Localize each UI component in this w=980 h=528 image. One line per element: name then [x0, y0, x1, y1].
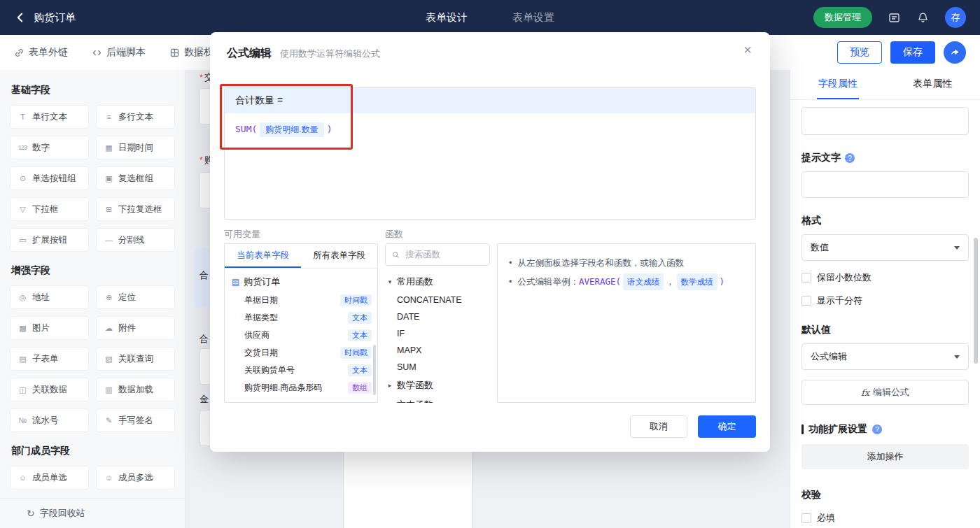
- field-item-linked-query[interactable]: ▧关联查询: [96, 347, 175, 371]
- tab-form-properties[interactable]: 表单属性: [886, 70, 980, 99]
- field-item-member-multi[interactable]: ☺成员多选: [96, 466, 175, 490]
- field-item-multi-select[interactable]: ⊞下拉复选框: [96, 197, 175, 221]
- function-item[interactable]: SUM: [385, 359, 490, 376]
- field-item-serial-number[interactable]: №流水号: [10, 408, 89, 432]
- preview-button[interactable]: 预览: [837, 41, 882, 64]
- field-item-radio-group[interactable]: ⊙单选按钮组: [10, 166, 89, 190]
- calendar-icon: ▦: [103, 143, 114, 152]
- option-required[interactable]: 必填: [802, 512, 969, 525]
- variable-row[interactable]: 单据日期时间戳: [225, 292, 377, 309]
- help-icon[interactable]: [845, 153, 855, 163]
- workbench-icon[interactable]: [888, 11, 901, 24]
- confirm-button[interactable]: 确定: [698, 415, 756, 438]
- hint-text-input[interactable]: [802, 171, 969, 198]
- tab-form-settings[interactable]: 表单设置: [512, 11, 554, 24]
- tips-panel: 从左侧面板选择字段名和函数，或输入函数 公式编辑举例：AVERAGE(语文成绩，…: [497, 243, 756, 403]
- notification-bell-icon[interactable]: [916, 11, 930, 24]
- function-item[interactable]: CONCATENATE: [385, 292, 490, 308]
- field-chip[interactable]: 购货明细.数量: [260, 122, 323, 137]
- field-item-address[interactable]: ◎地址: [10, 285, 89, 309]
- backend-script-button[interactable]: 后端脚本: [92, 46, 146, 59]
- scrollbar-thumb[interactable]: [373, 345, 376, 395]
- tab-all-form-fields[interactable]: 所有表单字段: [301, 244, 377, 268]
- function-item[interactable]: MAPX: [385, 342, 490, 359]
- field-item-single-line-text[interactable]: T单行文本: [10, 105, 89, 129]
- field-item-subform[interactable]: ▤子表单: [10, 347, 89, 371]
- data-permission-button[interactable]: 数据权: [169, 46, 214, 59]
- dropdown-icon: ▽: [17, 205, 28, 214]
- subform-icon: ▤: [17, 355, 28, 364]
- field-item-divider[interactable]: —分割线: [96, 228, 175, 252]
- button-icon: ▭: [17, 236, 28, 245]
- formula-editor-area[interactable]: 合计数量 = SUM(购货明细.数量): [224, 87, 756, 220]
- variable-row[interactable]: 交货日期时间戳: [225, 344, 377, 362]
- save-button[interactable]: 保存: [890, 41, 935, 64]
- field-item-linked-data[interactable]: ◫关联数据: [10, 378, 89, 401]
- variable-row[interactable]: 关联购货单号文本: [225, 362, 377, 379]
- modal-title: 公式编辑: [227, 46, 272, 61]
- form-external-link-button[interactable]: 表单外链: [14, 46, 68, 59]
- variable-row[interactable]: 供应商文本: [225, 327, 377, 344]
- example-function-name: AVERAGE(: [579, 276, 621, 287]
- checkbox-unchecked-icon[interactable]: [802, 513, 811, 523]
- tab-current-form-fields[interactable]: 当前表单字段: [225, 244, 301, 268]
- text-icon: T: [17, 113, 28, 121]
- pen-icon: ✎: [103, 416, 114, 425]
- add-action-button[interactable]: 添加操作: [802, 444, 969, 469]
- share-button[interactable]: [944, 41, 966, 64]
- textarea-icon: ≡: [103, 113, 114, 121]
- checkbox-unchecked-icon[interactable]: [802, 273, 811, 283]
- function-group-math[interactable]: 数学函数: [385, 376, 490, 395]
- field-item-select[interactable]: ▽下拉框: [10, 197, 89, 221]
- formula-expression[interactable]: SUM(购货明细.数量): [225, 113, 755, 146]
- serial-icon: №: [17, 416, 28, 424]
- field-item-extend-button[interactable]: ▭扩展按钮: [10, 228, 89, 252]
- default-value-select[interactable]: 公式编辑: [802, 343, 969, 370]
- field-item-data-load[interactable]: ▥数据加载: [96, 378, 175, 401]
- variable-row[interactable]: 单据类型文本: [225, 309, 377, 327]
- page-title: 购货订单: [34, 11, 76, 24]
- option-keep-decimals[interactable]: 保留小数位数: [802, 271, 969, 284]
- functions-label: 函数: [385, 228, 403, 241]
- variable-row[interactable]: 购货明细.商品条形码数组: [225, 379, 377, 397]
- tab-form-design[interactable]: 表单设计: [426, 11, 468, 24]
- field-item-image[interactable]: ▩图片: [10, 316, 89, 340]
- recycle-icon: [27, 508, 35, 519]
- function-search-input[interactable]: [404, 249, 483, 260]
- field-item-location[interactable]: ⊕定位: [96, 285, 175, 309]
- field-item-signature[interactable]: ✎手写签名: [96, 408, 175, 432]
- edit-formula-button[interactable]: fx编辑公式: [802, 380, 969, 405]
- section-bar: [802, 424, 804, 434]
- validation-title: 校验: [802, 489, 821, 501]
- scrollbar-thumb[interactable]: [974, 238, 978, 364]
- field-item-checkbox-group[interactable]: ▣复选框组: [96, 166, 175, 190]
- field-item-attachment[interactable]: ☁附件: [96, 316, 175, 340]
- option-thousand-separator[interactable]: 显示千分符: [802, 294, 969, 307]
- variable-tree-root[interactable]: 购货订单: [225, 272, 377, 292]
- field-item-datetime[interactable]: ▦日期时间: [96, 136, 175, 159]
- format-select[interactable]: 数值: [802, 234, 969, 261]
- function-search-box[interactable]: [385, 243, 490, 266]
- field-item-member-single[interactable]: ☺成员单选: [10, 466, 89, 490]
- function-item[interactable]: DATE: [385, 308, 490, 325]
- data-manage-button[interactable]: 数据管理: [813, 7, 872, 28]
- function-item[interactable]: IF: [385, 325, 490, 342]
- cancel-button[interactable]: 取消: [630, 415, 687, 438]
- help-icon[interactable]: [872, 424, 882, 434]
- field-item-number[interactable]: 123数字: [10, 136, 89, 159]
- avatar[interactable]: 存: [945, 7, 966, 28]
- type-badge: 时间戳: [340, 347, 372, 359]
- field-item-multi-line-text[interactable]: ≡多行文本: [96, 105, 175, 129]
- checkbox-unchecked-icon[interactable]: [802, 296, 811, 306]
- close-icon[interactable]: [739, 42, 756, 58]
- function-group-common[interactable]: 常用函数: [385, 272, 490, 292]
- tip-text: 公式编辑举例：: [517, 277, 579, 287]
- field-title-input[interactable]: [802, 107, 969, 135]
- field-recycle-bin[interactable]: 字段回收站: [0, 498, 185, 528]
- location-icon: ⊕: [103, 293, 114, 302]
- attachment-icon: ☁: [103, 324, 114, 333]
- function-group-text[interactable]: 文本函数: [385, 395, 490, 403]
- back-icon[interactable]: [14, 11, 27, 24]
- format-label: 格式: [802, 215, 821, 227]
- tab-field-properties[interactable]: 字段属性: [790, 70, 886, 99]
